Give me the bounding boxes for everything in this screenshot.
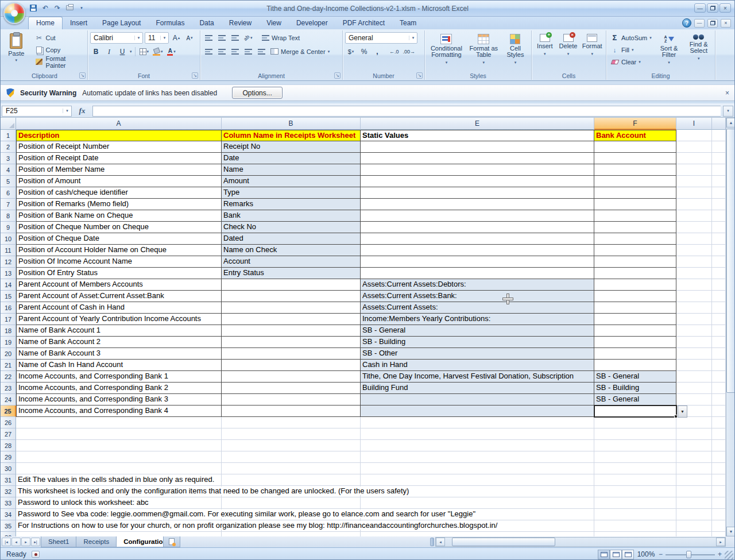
cell-E14[interactable]: Assets:Current Assets:Debtors: — [361, 279, 594, 291]
cell-B30[interactable] — [222, 463, 361, 474]
sheet-tab-receipts[interactable]: Receipts — [76, 536, 117, 547]
cell-B6[interactable]: Type — [222, 187, 361, 199]
cell-F35[interactable] — [594, 520, 676, 532]
column-header-A[interactable]: A — [16, 118, 222, 130]
shrink-font-button[interactable]: A▾ — [184, 33, 195, 43]
borders-button[interactable]: ▾ — [138, 47, 150, 57]
cell-A6[interactable]: Position of cash/cheque identifier — [16, 187, 222, 199]
number-format-select[interactable]: General▾ — [345, 32, 417, 44]
cell-F30[interactable] — [594, 463, 676, 474]
cell-I31[interactable] — [676, 474, 712, 486]
cell-A32[interactable]: This worksheet is locked and only the co… — [16, 486, 222, 497]
vertical-scroll-thumb[interactable] — [726, 129, 735, 393]
ribbon-tab-formulas[interactable]: Formulas — [148, 17, 192, 29]
page-layout-view-button[interactable] — [610, 550, 622, 559]
cell-I29[interactable] — [676, 451, 712, 463]
alignment-dialog-launcher[interactable]: ↘ — [334, 72, 341, 79]
cell-X24[interactable] — [712, 394, 726, 405]
cell-X2[interactable] — [712, 141, 726, 153]
save-button[interactable] — [28, 3, 38, 13]
help-button[interactable]: ? — [682, 18, 691, 28]
cell-X36[interactable] — [712, 532, 726, 536]
cell-E25[interactable] — [361, 405, 594, 417]
row-header-36[interactable]: 36 — [1, 532, 16, 536]
cell-I16[interactable] — [676, 302, 712, 314]
cell-E12[interactable] — [361, 256, 594, 268]
cell-E30[interactable] — [361, 463, 594, 474]
autosum-button[interactable]: ΣAutoSum▾ — [609, 32, 653, 43]
row-header-16[interactable]: 16 — [1, 302, 16, 314]
cell-F27[interactable] — [594, 428, 676, 440]
cell-E16[interactable]: Assets:Current Assets: — [361, 302, 594, 314]
cell-X12[interactable] — [712, 256, 726, 268]
cell-F17[interactable] — [594, 314, 676, 325]
redo-button[interactable]: ↷ — [52, 3, 63, 13]
cell-B10[interactable]: Dated — [222, 233, 361, 245]
cell-X32[interactable] — [712, 486, 726, 497]
zoom-slider-thumb[interactable] — [686, 551, 691, 558]
zoom-level[interactable]: 100% — [636, 550, 656, 558]
cell-F1[interactable]: Bank Account — [594, 130, 676, 141]
cell-F18[interactable] — [594, 325, 676, 337]
cell-X26[interactable] — [712, 417, 726, 428]
cell-I21[interactable] — [676, 360, 712, 371]
cell-X34[interactable] — [712, 509, 726, 520]
cell-A26[interactable] — [16, 417, 222, 428]
cell-A4[interactable]: Position of Member Name — [16, 164, 222, 176]
previous-sheet-button[interactable]: ◂ — [11, 538, 21, 546]
cell-E31[interactable] — [361, 474, 594, 486]
cell-I4[interactable] — [676, 164, 712, 176]
cell-X25[interactable] — [712, 405, 726, 417]
ribbon-tab-page-layout[interactable]: Page Layout — [95, 17, 148, 29]
increase-indent-button[interactable] — [256, 47, 267, 57]
normal-view-button[interactable] — [598, 550, 610, 559]
ribbon-tab-insert[interactable]: Insert — [63, 17, 95, 29]
italic-button[interactable]: I — [103, 47, 115, 57]
bold-button[interactable]: B — [90, 47, 102, 57]
scroll-up-arrow[interactable]: ▲ — [726, 118, 735, 128]
cell-I18[interactable] — [676, 325, 712, 337]
workbook-restore-button[interactable] — [707, 19, 718, 28]
cell-F24[interactable]: SB - General — [594, 394, 676, 405]
cell-F16[interactable] — [594, 302, 676, 314]
zoom-slider[interactable]: − + — [659, 550, 722, 559]
orientation-button[interactable]: ab▾ — [242, 33, 254, 43]
row-header-30[interactable]: 30 — [1, 463, 16, 474]
cell-B2[interactable]: Receipt No — [222, 141, 361, 153]
cell-B25[interactable] — [222, 405, 361, 417]
cell-E26[interactable] — [361, 417, 594, 428]
cell-I22[interactable] — [676, 371, 712, 383]
cell-F28[interactable] — [594, 440, 676, 451]
cell-E3[interactable] — [361, 153, 594, 164]
cell-I14[interactable] — [676, 279, 712, 291]
cell-A16[interactable]: Parent Account of Cash in Hand — [16, 302, 222, 314]
cell-I19[interactable] — [676, 337, 712, 348]
cell-A21[interactable]: Name of Cash In Hand Account — [16, 360, 222, 371]
cell-X28[interactable] — [712, 440, 726, 451]
ribbon-tab-review[interactable]: Review — [222, 17, 259, 29]
cell-B20[interactable] — [222, 348, 361, 360]
cell-B36[interactable] — [222, 532, 361, 536]
cell-X35[interactable] — [712, 520, 726, 532]
cell-E36[interactable] — [361, 532, 594, 536]
row-header-13[interactable]: 13 — [1, 268, 16, 279]
increase-decimal-button[interactable]: ←.0 — [388, 47, 400, 57]
clipboard-dialog-launcher[interactable]: ↘ — [79, 72, 86, 79]
cell-F4[interactable] — [594, 164, 676, 176]
cell-X19[interactable] — [712, 337, 726, 348]
cell-A19[interactable]: Name of Bank Account 2 — [16, 337, 222, 348]
close-button[interactable]: × — [719, 3, 731, 13]
cell-I20[interactable] — [676, 348, 712, 360]
cell-E10[interactable] — [361, 233, 594, 245]
macro-record-button[interactable] — [32, 551, 40, 558]
cell-B28[interactable] — [222, 440, 361, 451]
expand-formula-bar-button[interactable]: ▾ — [723, 106, 733, 117]
cell-I17[interactable] — [676, 314, 712, 325]
first-sheet-button[interactable]: |◂ — [2, 538, 11, 546]
cell-X3[interactable] — [712, 153, 726, 164]
cell-X8[interactable] — [712, 210, 726, 222]
row-header-3[interactable]: 3 — [1, 153, 16, 164]
align-center-button[interactable] — [216, 47, 227, 57]
last-sheet-button[interactable]: ▸| — [31, 538, 40, 546]
cell-A12[interactable]: Position Of Income Account Name — [16, 256, 222, 268]
